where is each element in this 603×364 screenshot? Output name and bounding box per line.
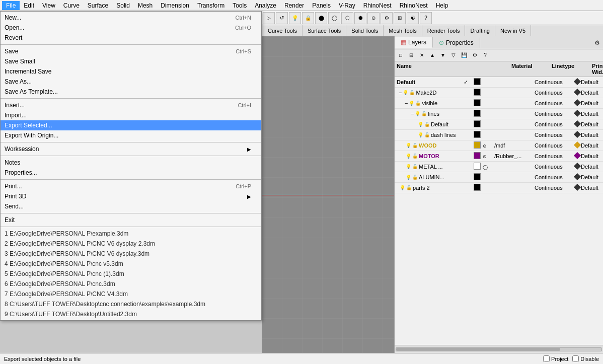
- menu-file[interactable]: File: [2, 1, 20, 10]
- menu-mesh[interactable]: Mesh: [134, 1, 157, 10]
- layer-row-motor[interactable]: 💡 🔓 MOTOR ⊙ /Rubber_... Continuous Defau…: [395, 151, 603, 162]
- layer-row-parts2[interactable]: 💡 🔓 parts 2 Continuous Default: [395, 183, 603, 193]
- disable-checkbox[interactable]: [572, 355, 579, 362]
- panel-tab-properties[interactable]: ⊙ Properties: [433, 38, 480, 48]
- menu-vray[interactable]: V-Ray: [335, 1, 359, 10]
- menu-save-as[interactable]: Save As...: [1, 77, 261, 87]
- new-layer-btn[interactable]: □: [396, 51, 406, 60]
- menu-help[interactable]: Help: [432, 1, 453, 10]
- toolbar-btn-2[interactable]: ↺: [276, 12, 288, 24]
- menu-print-3d[interactable]: Print 3D ▶: [1, 191, 261, 201]
- menu-curve[interactable]: Curve: [59, 1, 84, 10]
- menu-notes[interactable]: Notes: [1, 158, 261, 168]
- menu-edit[interactable]: Edit: [20, 1, 38, 10]
- tab-drafting[interactable]: Drafting: [465, 25, 495, 36]
- menu-dimension[interactable]: Dimension: [157, 1, 193, 10]
- layer-row-alumin[interactable]: 💡 🔓 ALUMIN... Continuous Default: [395, 172, 603, 183]
- toolbar-btn-7[interactable]: ⬡: [341, 12, 353, 24]
- menu-save-as-template[interactable]: Save As Template...: [1, 87, 261, 97]
- toolbar-btn-1[interactable]: ▷: [263, 12, 275, 24]
- layer-row-default-sub[interactable]: 💡 🔓 Default Continuous Default: [395, 119, 603, 130]
- menu-recent-6[interactable]: 6 E:\GoogleDrive\PERSONAL P\cnc.3dm: [1, 279, 261, 289]
- tab-curve-tools[interactable]: Curve Tools: [263, 25, 303, 36]
- menu-recent-7[interactable]: 7 E:\GoogleDrive\PERSONAL P\CNC V4.3dm: [1, 289, 261, 299]
- layer-row-wood[interactable]: 💡 🔓 WOOD ⊙ /mdf Continuous Default: [395, 140, 603, 151]
- menu-recent-2[interactable]: 2 E:\GoogleDrive\PERSONAL P\CNC V6 dyspl…: [1, 239, 261, 249]
- new-sub-layer-btn[interactable]: ⊟: [406, 51, 416, 60]
- layer-icon-lock8: 🔓: [412, 164, 418, 169]
- move-down-btn[interactable]: ▼: [438, 51, 448, 60]
- toolbar-btn-8[interactable]: ⬢: [354, 12, 366, 24]
- menu-rhinonest1[interactable]: RhinoNest: [359, 1, 396, 10]
- toolbar-btn-13[interactable]: ?: [420, 12, 432, 24]
- filter-btn[interactable]: ▽: [448, 51, 459, 60]
- layer-icon-bulb5: 💡: [418, 132, 423, 137]
- toolbar-btn-9[interactable]: ⊙: [367, 12, 380, 24]
- menu-tools[interactable]: Tools: [229, 1, 251, 10]
- layer-row-make2d[interactable]: − 💡 🔓 Make2D Continuous Default: [395, 88, 603, 98]
- menu-import[interactable]: Import...: [1, 110, 261, 120]
- layer-row-visible[interactable]: − 💡 🔓 visible Continuous Default: [395, 98, 603, 109]
- menu-save-small[interactable]: Save Small: [1, 56, 261, 66]
- menu-insert[interactable]: Insert... Ctrl+I: [1, 100, 261, 110]
- menu-incremental-save[interactable]: Incremental Save: [1, 66, 261, 77]
- layer-row-lines[interactable]: − 💡 🔓 lines Continuous Default: [395, 109, 603, 119]
- help-btn[interactable]: ?: [480, 51, 490, 60]
- menu-view[interactable]: View: [38, 1, 59, 10]
- disable-checkbox-label[interactable]: Disable: [572, 355, 599, 362]
- layer-icon-lock3: 🔓: [421, 111, 427, 116]
- menu-print[interactable]: Print... Ctrl+P: [1, 181, 261, 191]
- layer-icon-bulb2: 💡: [409, 101, 414, 106]
- project-checkbox-label[interactable]: Project: [543, 355, 568, 362]
- menu-recent-4[interactable]: 4 E:\GoogleDrive\PERSONAL P\cnc v5.3dm: [1, 259, 261, 269]
- toolbar-btn-10[interactable]: ⚙: [381, 12, 393, 24]
- toolbar-btn-4[interactable]: 🔒: [302, 12, 314, 24]
- toolbar-btn-11[interactable]: ⊞: [394, 12, 406, 24]
- tab-new-in-v5[interactable]: New in V5: [495, 25, 531, 36]
- menu-export-with-origin[interactable]: Export With Origin...: [1, 130, 261, 140]
- settings-btn[interactable]: ⚙: [470, 51, 480, 60]
- menu-recent-5[interactable]: 5 E:\GoogleDrive\PERSONAL P\cnc (1).3dm: [1, 269, 261, 279]
- menu-analyze[interactable]: Analyze: [251, 1, 280, 10]
- menu-recent-8[interactable]: 8 C:\Users\TUFF TOWER\Desktop\cnc connec…: [1, 299, 261, 309]
- menu-new[interactable]: New... Ctrl+N: [1, 13, 261, 23]
- menu-transform[interactable]: Transform: [193, 1, 229, 10]
- layer-row-dash-lines[interactable]: 💡 🔓 dash lines Continuous Default: [395, 130, 603, 140]
- tab-mesh-tools[interactable]: Mesh Tools: [384, 25, 422, 36]
- toolbar-btn-3[interactable]: 💡: [289, 12, 301, 24]
- menu-save[interactable]: Save Ctrl+S: [1, 46, 261, 56]
- move-up-btn[interactable]: ▲: [427, 51, 437, 60]
- menu-exit[interactable]: Exit: [1, 215, 261, 225]
- menu-panels[interactable]: Panels: [308, 1, 335, 10]
- tab-solid-tools[interactable]: Solid Tools: [346, 25, 384, 36]
- menu-recent-1[interactable]: 1 E:\GoogleDrive\PERSONAL P\example.3dm: [1, 229, 261, 239]
- layer-icon-lock10: 🔓: [406, 185, 412, 190]
- menu-send[interactable]: Send...: [1, 201, 261, 211]
- menu-render[interactable]: Render: [280, 1, 308, 10]
- menu-revert[interactable]: Revert: [1, 33, 261, 43]
- toolbar-btn-6[interactable]: ◯: [328, 12, 340, 24]
- menu-open[interactable]: Open... Ctrl+O: [1, 23, 261, 33]
- menu-worksession[interactable]: Worksession ▶: [1, 144, 261, 154]
- save-state-btn[interactable]: 💾: [459, 51, 469, 60]
- panel-gear-btn[interactable]: ⚙: [591, 39, 603, 46]
- delete-layer-btn[interactable]: ✕: [417, 51, 427, 60]
- menu-rhinonest2[interactable]: RhinoNest: [396, 1, 432, 10]
- panel-tab-layers[interactable]: ▦ Layers: [395, 37, 433, 48]
- toolbar-btn-12[interactable]: ☯: [407, 12, 419, 24]
- menu-solid[interactable]: Solid: [112, 1, 134, 10]
- menu-surface[interactable]: Surface: [84, 1, 112, 10]
- layers-hscrollbar[interactable]: [395, 345, 603, 353]
- toolbar-btn-5[interactable]: ⬤: [315, 12, 327, 24]
- menu-properties[interactable]: Properties...: [1, 168, 261, 178]
- tab-surface-tools[interactable]: Surface Tools: [303, 25, 346, 36]
- project-checkbox[interactable]: [543, 355, 550, 362]
- layer-icon-lock: 🔓: [409, 90, 415, 95]
- layer-row-default[interactable]: Default ✓ Continuous Default: [395, 77, 603, 88]
- menu-recent-3[interactable]: 3 E:\GoogleDrive\PERSONAL P\CNC V6 dyspl…: [1, 249, 261, 259]
- layers-table[interactable]: Name Material Linetype Print Wid... Defa…: [395, 61, 603, 345]
- layer-row-metal[interactable]: 💡 🔓 METAL ... ◯ Continuous Default: [395, 162, 603, 172]
- menu-export-selected[interactable]: Export Selected...: [1, 120, 261, 130]
- menu-recent-9[interactable]: 9 C:\Users\TUFF TOWER\Desktop\Untitled2.…: [1, 309, 261, 319]
- tab-render-tools[interactable]: Render Tools: [422, 25, 466, 36]
